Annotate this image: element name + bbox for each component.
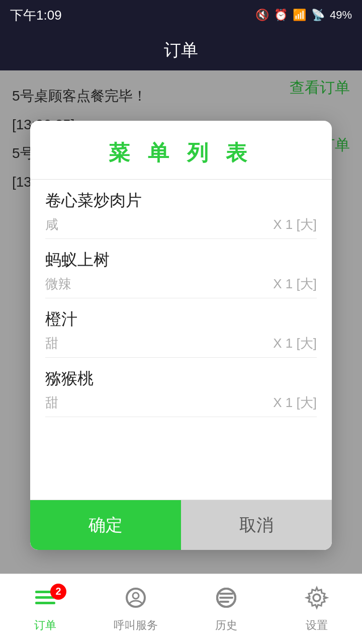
- tab-bar: 2 订单 呼叫服务 历史: [0, 574, 362, 644]
- main-content: 5号桌顾客点餐完毕！ [13:06:25] 查看订单 5号 [13: 订单 菜 …: [0, 70, 362, 574]
- menu-item-0-flavor: 咸: [45, 216, 58, 233]
- mute-icon: 🔇: [255, 9, 269, 22]
- svg-point-4: [133, 593, 139, 599]
- top-bar: 订单: [0, 30, 362, 70]
- menu-item-2: 橙汁 甜 X 1 [大]: [45, 298, 317, 358]
- menu-item-3-name: 猕猴桃: [45, 368, 317, 390]
- svg-point-10: [313, 594, 320, 601]
- call-icon: [124, 586, 148, 614]
- signal-icon: 📡: [311, 9, 325, 22]
- svg-rect-7: [219, 597, 233, 599]
- status-icons: 🔇 ⏰ 📶 📡 49%: [255, 9, 352, 22]
- menu-item-3-flavor: 甜: [45, 394, 58, 412]
- history-icon: [214, 586, 238, 614]
- dialog-body: 卷心菜炒肉片 咸 X 1 [大] 蚂蚁上树 微辣 X 1 [大] 橙汁 甜: [30, 180, 332, 492]
- dialog-spacer: [45, 417, 317, 492]
- tab-call-label: 呼叫服务: [114, 618, 158, 633]
- menu-item-1-flavor: 微辣: [45, 275, 71, 293]
- menu-dialog: 菜 单 列 表 卷心菜炒肉片 咸 X 1 [大] 蚂蚁上树 微辣 X 1 [大]: [30, 121, 332, 550]
- tab-call[interactable]: 呼叫服务: [90, 586, 181, 633]
- cancel-button[interactable]: 取消: [181, 500, 332, 550]
- menu-item-0: 卷心菜炒肉片 咸 X 1 [大]: [45, 180, 317, 239]
- status-time: 下午1:09: [10, 7, 62, 24]
- svg-rect-6: [219, 593, 233, 595]
- menu-item-2-name: 橙汁: [45, 308, 317, 331]
- tab-settings-label: 设置: [306, 618, 328, 633]
- tab-settings[interactable]: 设置: [272, 586, 362, 633]
- menu-item-3: 猕猴桃 甜 X 1 [大]: [45, 358, 317, 417]
- wifi-icon: 📶: [293, 9, 306, 22]
- settings-icon: [305, 586, 329, 614]
- menu-item-1: 蚂蚁上树 微辣 X 1 [大]: [45, 239, 317, 298]
- tab-order-label: 订单: [34, 618, 56, 633]
- menu-item-1-qty: X 1 [大]: [273, 275, 317, 293]
- confirm-button[interactable]: 确定: [30, 500, 181, 550]
- menu-item-3-qty: X 1 [大]: [273, 394, 317, 412]
- page-title: 订单: [164, 39, 198, 62]
- menu-item-1-name: 蚂蚁上树: [45, 249, 317, 271]
- menu-item-0-qty: X 1 [大]: [273, 216, 317, 233]
- tab-history[interactable]: 历史: [181, 586, 272, 633]
- menu-item-2-flavor: 甜: [45, 335, 58, 352]
- dialog-buttons: 确定 取消: [30, 500, 332, 550]
- menu-item-0-name: 卷心菜炒肉片: [45, 190, 317, 212]
- order-badge: 2: [50, 584, 66, 600]
- tab-order[interactable]: 2 订单: [0, 586, 90, 633]
- svg-rect-8: [219, 601, 229, 603]
- menu-item-2-qty: X 1 [大]: [273, 335, 317, 352]
- status-bar: 下午1:09 🔇 ⏰ 📶 📡 49%: [0, 0, 362, 30]
- dialog-title: 菜 单 列 表: [30, 121, 332, 180]
- battery-text: 49%: [330, 9, 352, 22]
- svg-rect-2: [35, 602, 55, 604]
- alarm-icon: ⏰: [274, 9, 288, 22]
- tab-history-label: 历史: [215, 618, 237, 633]
